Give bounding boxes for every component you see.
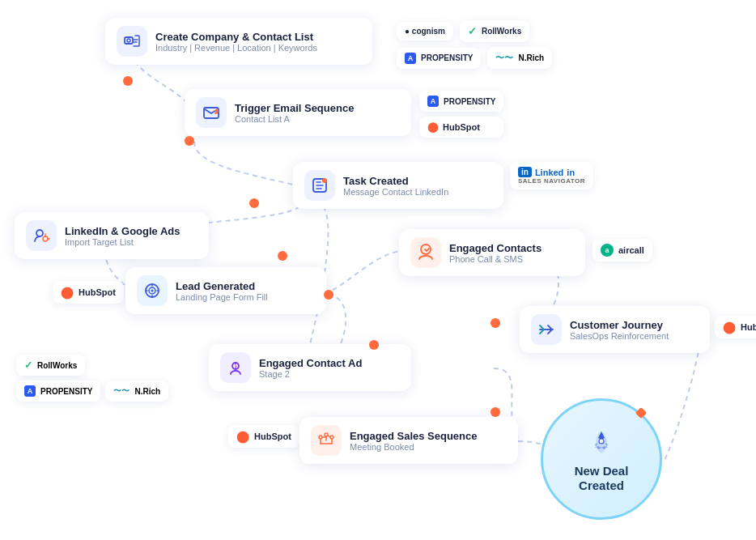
lead-generated-subtitle: Landing Page Form Fill	[176, 292, 268, 302]
dot-2	[185, 136, 194, 146]
task-created-title: Task Created	[343, 175, 448, 187]
task-created-icon	[304, 170, 335, 201]
propensity-badge-2: A PROPENSITY	[419, 91, 503, 112]
svg-point-1	[127, 39, 130, 42]
create-company-icon	[117, 26, 147, 57]
create-company-subtitle: Industry | Revenue | Location | Keywords	[155, 43, 317, 53]
linkedin-google-subtitle: Import Target List	[65, 237, 181, 247]
engaged-sales-card: Engaged Sales Sequence Meeting Booked	[299, 417, 518, 464]
create-company-title: Create Company & Contact List	[155, 31, 317, 43]
engaged-contact-ad-icon	[220, 352, 251, 383]
flow-diagram: .connector { fill: none; stroke: #c0ccee…	[0, 0, 756, 540]
trigger-email-card: Trigger Email Sequence Contact List A	[185, 89, 411, 136]
engaged-contact-ad-title: Engaged Contact Ad	[259, 357, 362, 369]
engaged-contact-ad-text: Engaged Contact Ad Stage 2	[259, 357, 362, 379]
new-deal-circle: New Deal Created	[541, 398, 662, 520]
trigger-email-text: Trigger Email Sequence Contact List A	[235, 102, 354, 124]
trigger-email-title: Trigger Email Sequence	[235, 102, 354, 114]
linkedin-google-text: LinkedIn & Google Ads Import Target List	[65, 225, 181, 247]
dot-8	[491, 318, 500, 328]
hubspot-badge-lead: ⬤ HubSpot	[53, 281, 124, 304]
engaged-contact-ad-card: Engaged Contact Ad Stage 2	[209, 344, 411, 391]
create-company-logos: ● cognism ✓ RollWorks A PROPENSITY 〜〜 N.…	[397, 20, 552, 69]
create-company-card: Create Company & Contact List Industry |…	[105, 18, 372, 65]
linkedin-google-icon	[26, 220, 57, 251]
task-created-subtitle: Message Contact LinkedIn	[343, 187, 448, 197]
engaged-sales-icon	[311, 425, 342, 456]
propensity-badge-1: A PROPENSITY	[397, 48, 481, 69]
create-company-text: Create Company & Contact List Industry |…	[155, 31, 317, 53]
customer-journey-title: Customer Journey	[570, 319, 669, 331]
dot-1	[123, 76, 133, 86]
linkedin-nav-badge: in Linkedin SALES NAVIGATOR	[510, 162, 593, 189]
lead-generated-title: Lead Generated	[176, 280, 268, 292]
propensity-badge-3: A PROPENSITY	[16, 381, 100, 402]
cognism-badge: ● cognism	[397, 22, 453, 40]
customer-journey-text: Customer Journey SalesOps Reinforcement	[570, 319, 669, 341]
lead-generated-card: Lead Generated Landing Page Form Fill	[125, 267, 326, 314]
dot-5	[324, 290, 333, 300]
nrich-badge-2: 〜〜 N.Rich	[105, 381, 168, 402]
engaged-ad-logos: ✓ RollWorks A PROPENSITY 〜〜 N.Rich	[16, 355, 168, 402]
customer-journey-icon	[531, 314, 562, 345]
engaged-contacts-title: Engaged Contacts	[449, 242, 542, 254]
svg-point-5	[36, 230, 43, 236]
svg-point-9	[151, 290, 154, 292]
customer-journey-subtitle: SalesOps Reinforcement	[570, 331, 669, 341]
hubspot-badge-journey: ⬤ HubSpot	[715, 316, 756, 338]
linkedin-google-title: LinkedIn & Google Ads	[65, 225, 181, 237]
cognism-logo: ● cognism	[405, 27, 445, 36]
nrich-badge-1: 〜〜 N.Rich	[487, 47, 552, 69]
hubspot-badge-1: ⬤ HubSpot	[419, 117, 503, 138]
rollworks-badge-1: ✓ RollWorks	[460, 20, 529, 42]
task-created-text: Task Created Message Contact LinkedIn	[343, 175, 448, 197]
trigger-email-icon	[196, 97, 227, 128]
diamond-decoration	[635, 407, 647, 419]
new-deal-title: New Deal Created	[575, 464, 629, 493]
engaged-sales-subtitle: Meeting Booked	[350, 442, 478, 452]
lead-generated-icon	[137, 275, 168, 306]
customer-journey-card: Customer Journey SalesOps Reinforcement	[520, 306, 710, 353]
trigger-email-subtitle: Contact List A	[235, 114, 354, 124]
dot-3	[249, 198, 259, 208]
engaged-sales-text: Engaged Sales Sequence Meeting Booked	[350, 430, 478, 452]
dot-6	[369, 340, 379, 350]
svg-point-14	[599, 439, 604, 444]
engaged-contacts-icon	[410, 237, 441, 268]
svg-rect-0	[125, 37, 133, 44]
rollworks-logo: RollWorks	[482, 27, 521, 36]
dot-7	[491, 407, 500, 417]
engaged-contacts-text: Engaged Contacts Phone Call & SMS	[449, 242, 542, 264]
engaged-contacts-subtitle: Phone Call & SMS	[449, 254, 542, 264]
lead-generated-text: Lead Generated Landing Page Form Fill	[176, 280, 268, 302]
aircall-badge: a aircall	[592, 239, 652, 261]
trigger-email-logos: A PROPENSITY ⬤ HubSpot	[419, 91, 503, 138]
dot-4	[278, 251, 287, 261]
task-created-card: Task Created Message Contact LinkedIn	[293, 162, 503, 209]
engaged-sales-title: Engaged Sales Sequence	[350, 430, 478, 442]
svg-point-4	[322, 178, 327, 183]
engaged-contacts-card: Engaged Contacts Phone Call & SMS	[399, 229, 585, 276]
svg-point-6	[43, 236, 48, 241]
rocket-icon	[584, 425, 619, 461]
linkedin-google-card: LinkedIn & Google Ads Import Target List	[15, 212, 209, 259]
engaged-contact-ad-subtitle: Stage 2	[259, 369, 362, 379]
hubspot-badge-sales: ⬤ HubSpot	[228, 425, 299, 448]
rollworks-badge-2: ✓ RollWorks	[16, 355, 85, 376]
